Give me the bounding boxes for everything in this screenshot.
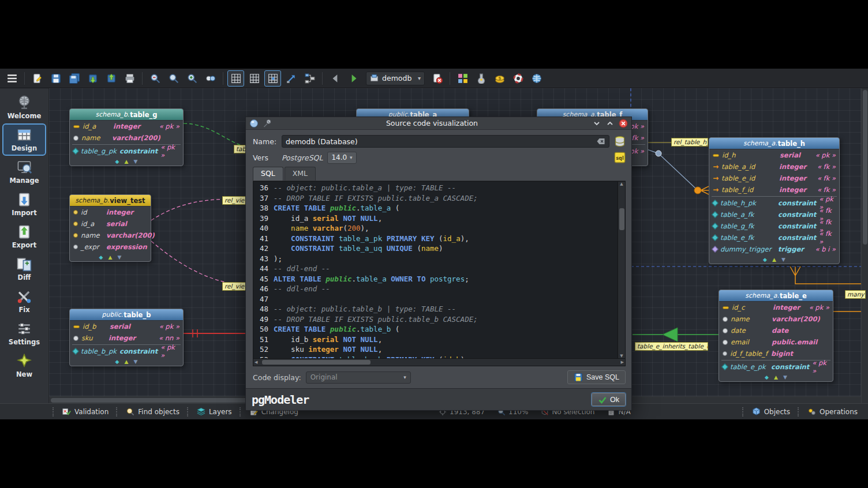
sidebar-item-diff[interactable]: Diff (2, 253, 46, 285)
validation-button[interactable]: Validation (57, 404, 114, 419)
column-row[interactable]: namevarchar(200) (70, 230, 151, 241)
constraint-row[interactable]: table_e_fkconstraint« fk » (709, 232, 839, 243)
page-delimiters-button[interactable] (264, 70, 281, 87)
zoom-out-button[interactable] (147, 70, 163, 87)
donate-button[interactable]: $ (491, 70, 508, 87)
column-row[interactable]: →table_e_idinteger« fk » (709, 172, 839, 184)
website-button[interactable] (528, 70, 545, 87)
code-horizontal-scrollbar[interactable]: ◀ ▶ (253, 359, 626, 366)
column-row[interactable]: id_ainteger« pk » (70, 121, 183, 132)
support-button[interactable] (510, 70, 526, 87)
table-node-view_test[interactable]: schema_b.view_testidintegerid_aserialnam… (69, 194, 151, 262)
zoom-reset-button[interactable] (165, 70, 182, 87)
save-sql-button[interactable]: Save SQL (567, 370, 626, 384)
table-node-table_e[interactable]: schema_a.table_eid_cinteger« pk »namevar… (719, 290, 833, 382)
scroll-right-icon[interactable]: ▶ (621, 360, 624, 365)
attribs-toggle-icon[interactable]: ◆ (763, 257, 767, 262)
column-row[interactable]: id_f_table_fbigint (719, 348, 833, 359)
column-row[interactable]: skuinteger« nn » (70, 332, 183, 344)
toolbar-grip[interactable] (240, 407, 242, 416)
next-model-button[interactable] (345, 70, 362, 87)
attribs-toggle-icon[interactable]: ◆ (765, 374, 769, 380)
pin-icon[interactable] (263, 119, 272, 128)
collapse-icon[interactable]: ▲ (125, 159, 129, 164)
sidebar-item-import[interactable]: Import (2, 188, 46, 220)
attribs-toggle-icon[interactable]: ◆ (115, 359, 119, 365)
version-combo[interactable]: 14.0▾ (327, 152, 356, 164)
snap-grid-button[interactable] (246, 70, 263, 87)
table-header[interactable]: schema_a.table_h (709, 138, 839, 149)
expand-icon[interactable]: ▼ (133, 359, 137, 365)
collapse-icon[interactable]: ▲ (774, 374, 778, 380)
relationship-label[interactable]: rel_view (222, 196, 246, 205)
print-button[interactable] (121, 70, 138, 87)
constraint-row[interactable]: dummy_triggertrigger« b i » (709, 243, 839, 255)
save-all-button[interactable] (66, 70, 83, 87)
collapse-icon[interactable]: ▲ (125, 359, 129, 365)
column-row[interactable]: namevarchar(200) (719, 313, 833, 325)
expand-canvas-button[interactable] (283, 70, 300, 87)
tab-xml[interactable]: XML (285, 167, 316, 181)
table-node-table_g[interactable]: schema_b.table_gid_ainteger« pk »namevar… (69, 108, 184, 166)
collapse-icon[interactable]: ▲ (108, 254, 113, 260)
column-row[interactable]: id_aserial (70, 218, 151, 230)
scroll-up-icon[interactable]: ▲ (620, 182, 623, 186)
chevron-down-icon[interactable] (592, 119, 601, 128)
ok-button[interactable]: Ok (592, 393, 626, 406)
collapse-icon[interactable]: ▲ (772, 257, 776, 262)
canvas-vertical-scrollbar[interactable] (861, 88, 868, 403)
objects-panel-button[interactable]: Objects (746, 404, 796, 419)
table-node-table_h[interactable]: schema_a.table_hid_hserial« pk »→table_a… (709, 137, 840, 264)
table-header[interactable]: schema_a.table_e (719, 290, 833, 302)
table-node-table_b[interactable]: public.table_bid_bserial« pk »skuinteger… (69, 309, 184, 366)
constraint-row[interactable]: table_g_pkconstraint« pk » (70, 145, 183, 157)
column-row[interactable]: emailpublic.email (719, 336, 833, 348)
toolbar-grip[interactable] (798, 407, 800, 416)
expand-icon[interactable]: ▼ (781, 257, 785, 262)
sidebar-item-settings[interactable]: Settings (2, 317, 46, 350)
sidebar-item-export[interactable]: Export (2, 220, 46, 253)
operations-panel-button[interactable]: Operations (802, 404, 863, 419)
hscroll-thumb[interactable] (262, 360, 371, 365)
table-header[interactable]: public.table_b (70, 309, 183, 321)
expand-icon[interactable]: ▼ (117, 254, 121, 260)
sidebar-item-manage[interactable]: Manage (2, 156, 46, 188)
column-row[interactable]: →table_a_idinteger« fk » (709, 161, 839, 172)
save-model-button[interactable] (47, 70, 64, 87)
column-row[interactable]: id_bserial« pk » (70, 321, 183, 332)
relationship-label[interactable]: table_e_inherits_table_c (635, 342, 708, 351)
relationship-label[interactable]: many (845, 290, 866, 299)
new-model-button[interactable] (29, 70, 46, 87)
sidebar-item-new[interactable]: New (2, 350, 46, 382)
tab-sql[interactable]: SQL (253, 167, 283, 181)
relationship-label[interactable]: rel_view (222, 282, 246, 291)
column-row[interactable]: →table_f_idinteger« fk » (709, 184, 839, 196)
sidebar-item-fix[interactable]: Fix (2, 285, 46, 317)
table-header[interactable]: schema_b.view_test (70, 195, 151, 207)
constraint-row[interactable]: table_e_pkconstraint« pk » (719, 361, 833, 373)
zoom-in-button[interactable] (184, 70, 200, 87)
scroll-down-icon[interactable]: ▼ (620, 354, 623, 358)
chevron-up-icon[interactable] (605, 119, 615, 128)
toolbar-grip[interactable] (187, 407, 189, 416)
table-header[interactable]: schema_b.table_g (70, 109, 183, 121)
model-combo[interactable]: demodb▾ (366, 72, 425, 85)
dialog-titlebar[interactable]: Source code visualization (246, 117, 631, 130)
column-row[interactable]: namevarchar(200) (70, 132, 183, 144)
code-vertical-scrollbar[interactable]: ▲ ▼ (618, 182, 625, 358)
close-icon[interactable] (619, 119, 628, 128)
sql-code-editor[interactable]: 36-- object: public.table_a | type: TABL… (253, 182, 618, 358)
column-row[interactable]: idinteger (70, 207, 151, 218)
plugins-button[interactable] (473, 70, 489, 87)
magnifier-button[interactable] (202, 70, 219, 87)
column-row[interactable]: datedate (719, 325, 833, 336)
find-objects-button[interactable]: Find objects (120, 404, 185, 419)
sidebar-item-design[interactable]: Design (2, 123, 46, 156)
name-input[interactable]: demodb (Database) (282, 135, 609, 148)
close-model-button[interactable] (429, 70, 446, 87)
show-grid-button[interactable] (227, 70, 244, 87)
import-model-button[interactable] (103, 70, 119, 87)
scroll-left-icon[interactable]: ◀ (255, 360, 257, 365)
column-row[interactable]: id_hserial« pk » (709, 149, 839, 161)
toolbar-grip[interactable] (116, 407, 118, 416)
